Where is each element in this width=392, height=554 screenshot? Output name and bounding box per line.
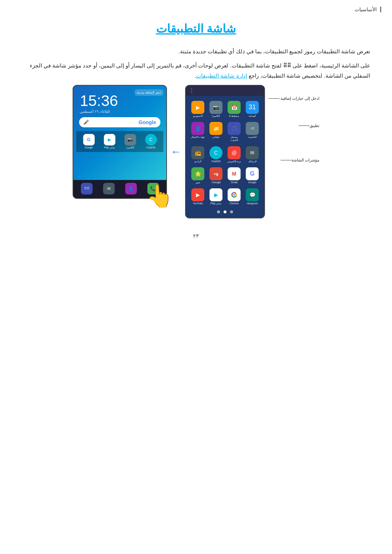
- annotation-app: تطبيق: [265, 123, 319, 128]
- gplus-icon: g+: [209, 167, 222, 180]
- page-number: ٢٣: [22, 233, 370, 239]
- play-icon: ▶: [209, 188, 222, 201]
- radio-icon: 📻: [191, 146, 204, 159]
- nav-contacts[interactable]: 👤: [121, 182, 141, 196]
- app-contacts[interactable]: 👤 جهات الاتصال: [189, 120, 206, 143]
- dock-chaton[interactable]: C ChatON: [141, 133, 160, 150]
- voice-icon: 🎵: [228, 122, 241, 135]
- menu-dots: ⋮: [189, 87, 195, 94]
- apps-grid-icon: ⠿⠿: [81, 183, 93, 194]
- app-google-plus[interactable]: g+ Google+: [208, 166, 224, 185]
- studio-icon: ▶: [191, 101, 204, 114]
- app-my-files[interactable]: 📁 ملفاتي: [208, 120, 224, 143]
- nav-apps[interactable]: ⠿⠿: [76, 182, 97, 196]
- nav-messages-icon: ✉: [103, 183, 115, 194]
- email-icon: @: [228, 146, 241, 159]
- phone-apps-screen: ⋮ 31 الساعة 📅 مخطط S: [185, 85, 265, 218]
- youtube-icon: ▶: [191, 188, 204, 201]
- diagrams-wrapper: ادخل إلى خيارات إضافية. تطبيق مؤشرات الش…: [22, 85, 370, 218]
- home-date: الثلاثاء، ٢٦ أغسطس: [76, 110, 163, 114]
- indicator-2: [224, 210, 226, 213]
- app-play-store[interactable]: ▶ متجر Play: [208, 187, 224, 206]
- app-calculator[interactable]: ±÷ الحاسبة: [244, 120, 261, 143]
- section-label: الأساسيات: [355, 7, 381, 12]
- home-app-dock: C ChatON 📷 الكاميرا ▶ م: [76, 131, 163, 152]
- dock-google-icon: G: [83, 134, 95, 145]
- annotation-extra-options: ادخل إلى خيارات إضافية.: [265, 96, 319, 101]
- app-photos[interactable]: 🌟 صور: [189, 166, 206, 185]
- google-icon: G: [246, 167, 259, 180]
- splanner-icon: 📅: [228, 101, 241, 114]
- app-youtube[interactable]: ▶ YouTube: [189, 187, 206, 206]
- clock-icon: 31: [246, 101, 259, 114]
- mic-icon: 🎤: [83, 120, 89, 125]
- app-chrome[interactable]: Chrome: [226, 187, 242, 206]
- dock-camera[interactable]: 📷 الكاميرا: [121, 133, 140, 150]
- nav-contacts-icon: 👤: [125, 183, 137, 194]
- annotation-indicators: مؤشرات الشاشة: [265, 157, 319, 163]
- app-gmail[interactable]: M Gmail: [226, 166, 242, 185]
- navigation-arrow: ←: [167, 145, 185, 158]
- hangouts-icon: 💬: [246, 188, 259, 201]
- app-messages[interactable]: ✉ الرسائل: [244, 145, 261, 164]
- app-hangouts[interactable]: 💬 Hangouts: [244, 187, 261, 206]
- app-grid: 31 الساعة 📅 مخطط S 📷 الكاميرا: [188, 98, 262, 208]
- hand-cursor: 👆: [146, 183, 173, 209]
- files-icon: 📁: [209, 122, 222, 135]
- app-voice-recorder[interactable]: 🎵 مسجل الصوت: [226, 120, 242, 143]
- contacts-icon: 👤: [191, 122, 204, 135]
- google-search-bar[interactable]: Google 🎤: [79, 117, 160, 127]
- indicator-3: [217, 210, 220, 213]
- app-radio[interactable]: 📻 الراديو: [189, 145, 206, 164]
- camera-icon: 📷: [209, 101, 222, 114]
- dock-camera-icon: 📷: [124, 134, 136, 145]
- indicator-1: [230, 210, 233, 213]
- paragraph-2: على الشاشة الرئيسية، اضغط على ⠿⠿ لفتح شا…: [22, 61, 370, 81]
- manage-apps-link[interactable]: إدارة شاشة التطبيقات: [196, 73, 247, 79]
- photos-icon: 🌟: [191, 167, 204, 180]
- calc-icon: ±÷: [246, 122, 259, 135]
- svg-point-4: [233, 194, 235, 196]
- chaton-icon: C: [209, 146, 222, 159]
- app-chaton[interactable]: C ChatON: [208, 145, 224, 164]
- app-camera[interactable]: 📷 الكاميرا: [208, 99, 224, 119]
- dock-chaton-icon: C: [145, 134, 157, 145]
- app-email[interactable]: @ بريد إلكتروني: [226, 145, 242, 164]
- messages-icon: ✉: [246, 146, 259, 159]
- dock-play-icon: ▶: [104, 134, 115, 145]
- app-studio[interactable]: ▶ الاستوديو: [189, 99, 206, 119]
- phone-home-screen: 15:36 الثلاثاء، ٢٦ أغسطس انقر لإضافة مدي…: [73, 85, 167, 199]
- add-city-widget: انقر لإضافة مدينة: [135, 89, 163, 96]
- app-s-planner[interactable]: 📅 مخطط S: [226, 99, 242, 119]
- nav-messages[interactable]: ✉: [98, 182, 119, 196]
- page-title: شاشة التطبيقات: [22, 22, 370, 36]
- dock-play[interactable]: ▶ متجر Play: [100, 133, 119, 150]
- paragraph-1: تعرض شاشة التطبيقات رموز لجميع التطبيقات…: [22, 46, 370, 57]
- chrome-icon: [228, 188, 241, 201]
- app-google[interactable]: G Google: [244, 166, 261, 185]
- page-indicators: [188, 208, 262, 216]
- dock-google[interactable]: G Google: [79, 133, 98, 150]
- gmail-icon: M: [228, 167, 241, 180]
- google-logo: Google: [139, 119, 156, 125]
- app-clock[interactable]: 31 الساعة: [244, 99, 261, 119]
